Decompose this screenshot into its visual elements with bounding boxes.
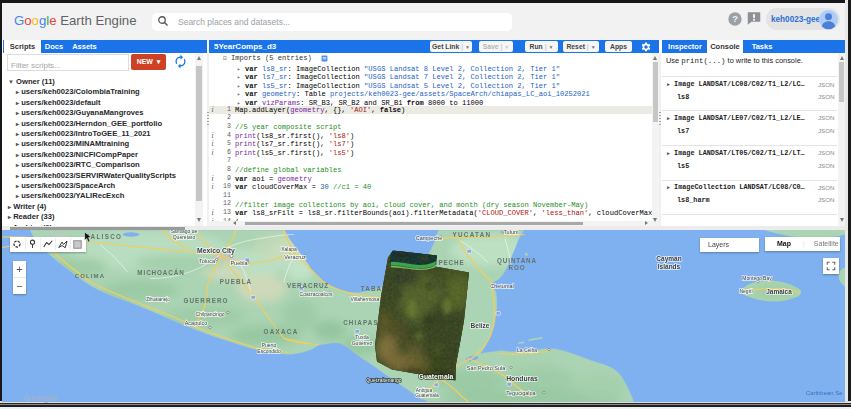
svg-text:Zihuatanejo: Zihuatanejo xyxy=(146,296,170,301)
svg-text:Caribbean Se: Caribbean Se xyxy=(806,390,843,396)
svg-text:GUERRERO: GUERRERO xyxy=(183,296,228,303)
svg-text:Cayman: Cayman xyxy=(656,255,681,263)
svg-text:Tulum: Tulum xyxy=(503,230,518,235)
svg-text:Villahermosa: Villahermosa xyxy=(351,295,380,301)
svg-text:Negril: Negril xyxy=(739,288,752,294)
svg-text:Montego Bay: Montego Bay xyxy=(742,275,772,281)
svg-text:Guatemala: Guatemala xyxy=(415,392,439,397)
svg-text:Campeche: Campeche xyxy=(416,234,443,240)
svg-text:Acapulco: Acapulco xyxy=(185,319,208,325)
svg-text:PUEBLA: PUEBLA xyxy=(220,278,253,285)
svg-text:Chilpancingo: Chilpancingo xyxy=(196,310,225,316)
svg-text:Honduras: Honduras xyxy=(506,374,538,381)
svg-text:Puebla: Puebla xyxy=(230,259,248,265)
svg-text:ROO: ROO xyxy=(508,264,525,271)
svg-text:Belize: Belize xyxy=(471,321,490,328)
svg-text:Mexico City: Mexico City xyxy=(197,247,235,255)
svg-text:Quetzaltenango: Quetzaltenango xyxy=(366,377,402,383)
svg-text:Chetumal: Chetumal xyxy=(490,282,514,288)
svg-text:VERACRUZ: VERACRUZ xyxy=(287,281,329,288)
svg-text:Veracruz: Veracruz xyxy=(284,253,306,259)
svg-text:Jamaica: Jamaica xyxy=(766,287,792,294)
svg-text:CHIAPAS: CHIAPAS xyxy=(343,319,379,326)
svg-text:COLIMA: COLIMA xyxy=(75,273,105,279)
svg-text:Coatzacoalcos: Coatzacoalcos xyxy=(300,290,333,296)
svg-text:Toluca: Toluca xyxy=(199,257,216,263)
svg-text:Xalapa: Xalapa xyxy=(281,246,297,252)
svg-text:?: ? xyxy=(732,14,738,24)
svg-text:Escondido: Escondido xyxy=(257,347,281,353)
svg-text:Querétaro: Querétaro xyxy=(173,233,196,239)
svg-text:OAXACA: OAXACA xyxy=(263,327,298,334)
svg-text:La Ceiba: La Ceiba xyxy=(517,347,537,353)
svg-text:YUCATAN: YUCATAN xyxy=(453,230,492,237)
svg-text:Islands: Islands xyxy=(658,263,681,270)
svg-text:Tegucigalpa: Tegucigalpa xyxy=(506,390,536,396)
svg-text:Guatemala: Guatemala xyxy=(419,372,454,379)
svg-text:MICHOACÁN: MICHOACÁN xyxy=(137,267,184,275)
svg-text:Gutiérrez: Gutiérrez xyxy=(352,339,373,345)
svg-text:San Pedro Sula: San Pedro Sula xyxy=(467,364,506,370)
